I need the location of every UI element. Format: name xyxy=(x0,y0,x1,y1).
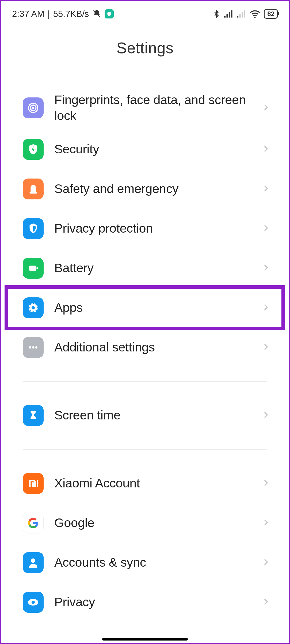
privacy-shield-icon xyxy=(23,218,44,239)
hourglass-icon xyxy=(23,405,44,426)
app-badge-icon xyxy=(105,9,114,18)
settings-row-privacy-protection[interactable]: Privacy protection xyxy=(4,209,286,248)
silent-icon xyxy=(92,9,101,18)
svg-rect-5 xyxy=(237,16,238,18)
chevron-right-icon xyxy=(262,223,270,234)
page-title: Settings xyxy=(1,39,289,57)
settings-row-apps[interactable]: Apps xyxy=(4,288,286,328)
signal-1-icon xyxy=(224,10,233,18)
chevron-right-icon xyxy=(262,478,270,489)
settings-row-screen-time[interactable]: Screen time xyxy=(4,396,286,435)
home-indicator xyxy=(102,638,188,641)
settings-row-label: Additional settings xyxy=(44,339,262,355)
settings-row-security[interactable]: Security xyxy=(4,130,286,169)
gear-icon xyxy=(23,297,44,318)
svg-rect-4 xyxy=(231,10,232,17)
svg-rect-3 xyxy=(229,12,230,17)
eye-icon xyxy=(23,592,44,613)
settings-row-label: Accounts & sync xyxy=(44,555,262,570)
settings-row-label: Xiaomi Account xyxy=(44,475,262,491)
chevron-right-icon xyxy=(262,102,270,114)
mi-logo-icon xyxy=(23,473,44,494)
bluetooth-icon xyxy=(212,9,220,18)
shield-bolt-icon xyxy=(23,139,44,160)
chevron-right-icon xyxy=(262,410,270,421)
person-icon xyxy=(23,552,44,573)
svg-rect-7 xyxy=(242,12,243,17)
chevron-right-icon xyxy=(262,557,270,569)
status-time: 2:37 AM xyxy=(12,9,44,19)
settings-row-label: Privacy xyxy=(44,594,262,610)
siren-icon xyxy=(23,179,44,199)
status-left: 2:37 AM | 55.7KB/s xyxy=(12,9,114,19)
settings-row-label: Battery xyxy=(44,260,262,276)
battery-indicator: 82 xyxy=(264,9,278,19)
settings-row-label: Safety and emergency xyxy=(44,181,262,197)
settings-row-privacy[interactable]: Privacy xyxy=(4,582,286,622)
status-net-speed: 55.7KB/s xyxy=(53,9,89,19)
signal-2-icon xyxy=(237,10,246,18)
svg-rect-6 xyxy=(239,14,241,18)
chevron-right-icon xyxy=(262,262,270,274)
settings-list: Fingerprints, face data, and screen lock… xyxy=(1,86,289,622)
settings-row-xiaomi-account[interactable]: Xiaomi Account xyxy=(4,464,286,503)
settings-row-safety[interactable]: Safety and emergency xyxy=(4,169,286,209)
chevron-right-icon xyxy=(262,143,270,155)
chevron-right-icon xyxy=(262,596,270,608)
settings-row-battery[interactable]: Battery xyxy=(4,248,286,288)
settings-row-label: Google xyxy=(44,515,262,531)
chevron-right-icon xyxy=(262,302,270,314)
svg-rect-2 xyxy=(227,14,228,18)
svg-rect-1 xyxy=(224,16,226,18)
battery-icon xyxy=(23,258,44,279)
settings-row-label: Screen time xyxy=(44,407,262,423)
status-bar: 2:37 AM | 55.7KB/s 82 xyxy=(1,1,289,23)
settings-row-google[interactable]: Google xyxy=(4,503,286,543)
section-divider xyxy=(23,381,267,382)
more-icon xyxy=(23,337,44,358)
settings-row-label: Apps xyxy=(44,300,262,316)
google-icon xyxy=(23,513,44,533)
chevron-right-icon xyxy=(262,517,270,529)
settings-row-label: Security xyxy=(44,141,262,157)
svg-rect-8 xyxy=(244,10,245,17)
chevron-right-icon xyxy=(262,342,270,353)
fingerprint-icon xyxy=(23,97,44,118)
status-right: 82 xyxy=(212,9,278,19)
settings-row-accounts-sync[interactable]: Accounts & sync xyxy=(4,543,286,582)
wifi-icon xyxy=(250,10,260,18)
section-divider xyxy=(23,449,267,450)
svg-point-9 xyxy=(254,17,256,18)
settings-row-label: Privacy protection xyxy=(44,221,262,236)
settings-row-label: Fingerprints, face data, and screen lock xyxy=(44,92,262,124)
chevron-right-icon xyxy=(262,183,270,195)
settings-row-fingerprints[interactable]: Fingerprints, face data, and screen lock xyxy=(4,86,286,130)
settings-row-additional[interactable]: Additional settings xyxy=(4,328,286,367)
